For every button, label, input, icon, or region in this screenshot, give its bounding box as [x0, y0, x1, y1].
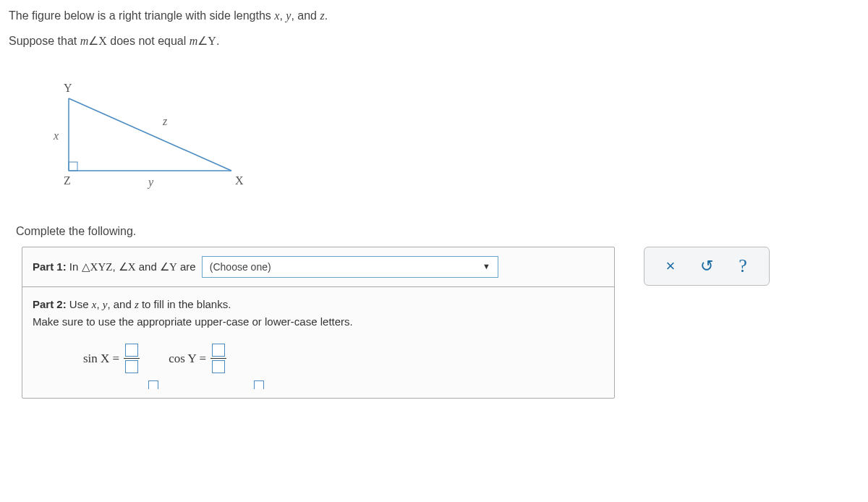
extra-box-2[interactable]: [254, 380, 264, 389]
m-2: m: [190, 35, 198, 47]
p1-are: are: [177, 260, 199, 273]
p1-angle-x: ∠X: [119, 261, 136, 273]
angle-y: ∠Y: [197, 35, 216, 47]
side-y-label: y: [148, 176, 153, 189]
sin-x-denominator-input[interactable]: [125, 360, 138, 373]
cos-y-numerator-input[interactable]: [212, 344, 225, 357]
p2-use: Use: [67, 298, 92, 310]
sin-x-label: sin X =: [83, 349, 119, 368]
p1-angle-y: ∠Y: [160, 261, 177, 273]
suppose-text: Suppose that: [9, 35, 80, 47]
equation-row: sin X = cos Y =: [83, 344, 604, 373]
part-2-label: Part 2:: [33, 298, 67, 310]
sin-x-numerator-input[interactable]: [125, 344, 138, 357]
sin-x-fraction: [124, 344, 140, 373]
close-button[interactable]: ×: [660, 256, 681, 276]
triangle-figure: Y X Z x y z: [51, 88, 253, 203]
choose-text: (Choose one): [210, 259, 271, 275]
fraction-line: [210, 358, 226, 359]
svg-line-2: [69, 98, 231, 171]
p1-and: and: [136, 260, 160, 273]
cos-y-fraction: [210, 344, 226, 373]
choose-one-dropdown[interactable]: (Choose one) ▼: [202, 256, 498, 278]
period: .: [325, 9, 328, 22]
help-icon: ?: [739, 255, 747, 277]
part-1-label: Part 1:: [33, 260, 67, 273]
reset-button[interactable]: ↺: [697, 256, 717, 276]
intro-line-1: The figure below is a right triangle wit…: [9, 6, 859, 27]
vertex-y-label: Y: [64, 82, 72, 95]
cos-y-equation: cos Y =: [169, 344, 226, 373]
chevron-down-icon: ▼: [482, 260, 490, 273]
period-2: .: [216, 35, 219, 47]
side-x-label: x: [54, 129, 59, 142]
m-1: m: [80, 35, 89, 47]
problem-intro: The figure below is a right triangle wit…: [0, 0, 868, 62]
extra-box-1[interactable]: [148, 380, 158, 389]
triangle-name: △XYZ: [82, 261, 113, 273]
intro-text: The figure below is a right triangle wit…: [9, 9, 274, 22]
question-box: Part 1: In △XYZ, ∠X and ∠Y are (Choose o…: [22, 247, 615, 399]
intro-line-2: Suppose that m∠X does not equal m∠Y.: [9, 31, 859, 52]
cos-y-label: cos Y =: [169, 349, 206, 368]
p2-c1: ,: [96, 298, 102, 310]
angle-x: ∠X: [88, 35, 107, 47]
complete-instruction: Complete the following.: [16, 225, 868, 238]
toolbar: × ↺ ?: [644, 247, 770, 286]
p2-instruction: Make sure to use the appropriate upper-c…: [33, 313, 604, 331]
help-button[interactable]: ?: [733, 256, 753, 276]
extra-boxes: [148, 380, 604, 389]
part-1-row: Part 1: In △XYZ, ∠X and ∠Y are (Choose o…: [22, 247, 614, 287]
p1-in: In: [67, 260, 82, 273]
vertex-x-label: X: [235, 174, 244, 187]
side-z-label: z: [163, 115, 167, 128]
comma: ,: [279, 9, 286, 22]
vertex-z-label: Z: [64, 174, 71, 187]
cos-y-denominator-input[interactable]: [212, 360, 225, 373]
not-equal: does not equal: [107, 35, 190, 47]
comma-and: , and: [291, 9, 320, 22]
reset-icon: ↺: [700, 257, 713, 276]
p2-fill: to fill in the blanks.: [139, 298, 231, 310]
close-icon: ×: [666, 257, 676, 276]
svg-rect-3: [69, 162, 77, 171]
p2-and: , and: [107, 298, 135, 310]
fraction-line: [124, 358, 140, 359]
part-2-row: Part 2: Use x, y, and z to fill in the b…: [22, 287, 614, 398]
p1-comma: ,: [112, 260, 118, 273]
sin-x-equation: sin X =: [83, 344, 140, 373]
